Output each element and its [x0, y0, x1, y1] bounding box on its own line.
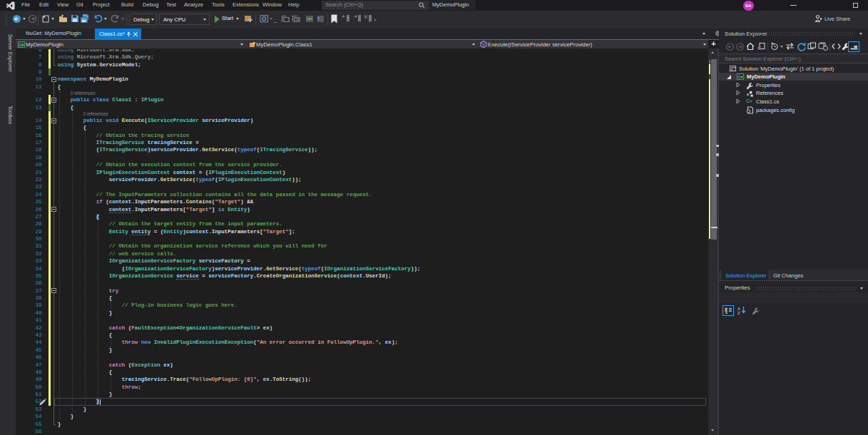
svg-text:C#: C#	[737, 75, 743, 79]
svg-text:?: ?	[317, 16, 320, 21]
svg-text:C#: C#	[19, 42, 24, 46]
svg-text:Z: Z	[737, 311, 740, 315]
